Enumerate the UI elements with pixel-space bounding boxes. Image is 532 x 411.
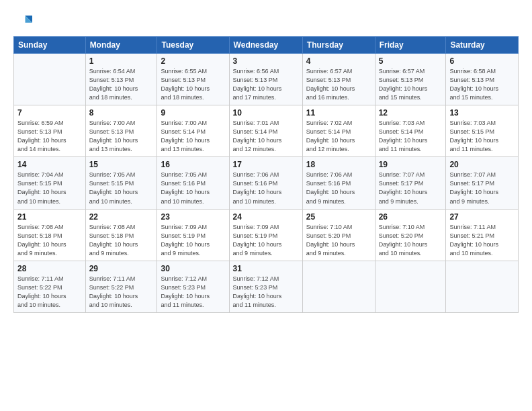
day-info: Sunrise: 6:55 AM Sunset: 5:13 PM Dayligh… (161, 67, 225, 102)
day-info: Sunrise: 7:06 AM Sunset: 5:16 PM Dayligh… (233, 171, 299, 205)
day-number: 13 (449, 108, 515, 118)
day-number: 22 (89, 212, 154, 222)
calendar-cell: 6Sunrise: 6:58 AM Sunset: 5:13 PM Daylig… (446, 54, 519, 105)
calendar-cell: 16Sunrise: 7:05 AM Sunset: 5:16 PM Dayli… (157, 157, 229, 209)
day-info: Sunrise: 7:01 AM Sunset: 5:14 PM Dayligh… (233, 119, 299, 154)
calendar-week-row: 28Sunrise: 7:11 AM Sunset: 5:22 PM Dayli… (14, 261, 519, 312)
calendar-week-row: 14Sunrise: 7:04 AM Sunset: 5:15 PM Dayli… (14, 157, 519, 209)
day-info: Sunrise: 7:05 AM Sunset: 5:15 PM Dayligh… (89, 171, 154, 205)
day-number: 27 (449, 212, 515, 222)
day-info: Sunrise: 7:08 AM Sunset: 5:18 PM Dayligh… (89, 223, 154, 258)
day-info: Sunrise: 7:00 AM Sunset: 5:14 PM Dayligh… (161, 119, 225, 154)
day-number: 21 (17, 212, 82, 222)
calendar-cell (14, 54, 86, 105)
day-number: 1 (89, 56, 154, 66)
calendar-week-row: 1Sunrise: 6:54 AM Sunset: 5:13 PM Daylig… (14, 54, 519, 105)
day-info: Sunrise: 7:11 AM Sunset: 5:21 PM Dayligh… (449, 223, 515, 258)
day-info: Sunrise: 7:06 AM Sunset: 5:16 PM Dayligh… (306, 171, 371, 205)
calendar-header-saturday: Saturday (446, 37, 519, 54)
day-info: Sunrise: 7:07 AM Sunset: 5:17 PM Dayligh… (449, 171, 515, 205)
day-number: 31 (233, 264, 299, 273)
calendar-header-friday: Friday (375, 37, 446, 54)
day-number: 6 (449, 56, 515, 66)
calendar-cell: 2Sunrise: 6:55 AM Sunset: 5:13 PM Daylig… (157, 54, 229, 105)
day-number: 23 (161, 212, 225, 222)
day-number: 16 (161, 160, 225, 169)
day-info: Sunrise: 7:03 AM Sunset: 5:14 PM Dayligh… (379, 119, 443, 154)
calendar-cell: 7Sunrise: 6:59 AM Sunset: 5:13 PM Daylig… (14, 105, 86, 157)
calendar-cell: 14Sunrise: 7:04 AM Sunset: 5:15 PM Dayli… (14, 157, 86, 209)
day-info: Sunrise: 6:54 AM Sunset: 5:13 PM Dayligh… (89, 67, 154, 102)
calendar-header-thursday: Thursday (302, 37, 375, 54)
day-number: 3 (233, 56, 299, 66)
day-info: Sunrise: 6:59 AM Sunset: 5:13 PM Dayligh… (17, 119, 82, 154)
day-number: 24 (233, 212, 299, 222)
day-number: 30 (161, 264, 225, 273)
calendar-cell: 29Sunrise: 7:11 AM Sunset: 5:22 PM Dayli… (85, 261, 157, 312)
day-info: Sunrise: 6:56 AM Sunset: 5:13 PM Dayligh… (233, 67, 299, 102)
calendar-cell: 8Sunrise: 7:00 AM Sunset: 5:13 PM Daylig… (85, 105, 157, 157)
calendar-cell: 13Sunrise: 7:03 AM Sunset: 5:15 PM Dayli… (446, 105, 519, 157)
calendar-header-wednesday: Wednesday (229, 37, 302, 54)
calendar-cell: 22Sunrise: 7:08 AM Sunset: 5:18 PM Dayli… (85, 209, 157, 261)
calendar-cell: 19Sunrise: 7:07 AM Sunset: 5:17 PM Dayli… (375, 157, 446, 209)
day-info: Sunrise: 7:09 AM Sunset: 5:19 PM Dayligh… (161, 223, 225, 258)
day-info: Sunrise: 7:12 AM Sunset: 5:23 PM Dayligh… (161, 275, 225, 310)
day-number: 26 (379, 212, 443, 222)
day-number: 29 (89, 264, 154, 273)
calendar-header-row: SundayMondayTuesdayWednesdayThursdayFrid… (14, 37, 519, 54)
day-number: 2 (161, 56, 225, 66)
calendar-cell: 21Sunrise: 7:08 AM Sunset: 5:18 PM Dayli… (14, 209, 86, 261)
day-info: Sunrise: 7:07 AM Sunset: 5:17 PM Dayligh… (379, 171, 443, 205)
day-number: 25 (306, 212, 371, 222)
calendar-cell: 23Sunrise: 7:09 AM Sunset: 5:19 PM Dayli… (157, 209, 229, 261)
calendar-cell (375, 261, 446, 312)
calendar-cell: 3Sunrise: 6:56 AM Sunset: 5:13 PM Daylig… (229, 54, 302, 105)
calendar-cell (302, 261, 375, 312)
day-info: Sunrise: 7:04 AM Sunset: 5:15 PM Dayligh… (17, 171, 82, 205)
day-info: Sunrise: 6:57 AM Sunset: 5:13 PM Dayligh… (379, 67, 443, 102)
day-info: Sunrise: 7:11 AM Sunset: 5:22 PM Dayligh… (17, 275, 82, 310)
day-number: 5 (379, 56, 443, 66)
day-info: Sunrise: 7:12 AM Sunset: 5:23 PM Dayligh… (233, 275, 299, 310)
calendar-cell: 27Sunrise: 7:11 AM Sunset: 5:21 PM Dayli… (446, 209, 519, 261)
calendar-header-monday: Monday (85, 37, 157, 54)
day-number: 28 (17, 264, 82, 273)
day-info: Sunrise: 7:11 AM Sunset: 5:22 PM Dayligh… (89, 275, 154, 310)
calendar-cell: 31Sunrise: 7:12 AM Sunset: 5:23 PM Dayli… (229, 261, 302, 312)
day-number: 12 (379, 108, 443, 118)
day-info: Sunrise: 7:00 AM Sunset: 5:13 PM Dayligh… (89, 119, 154, 154)
calendar-cell: 1Sunrise: 6:54 AM Sunset: 5:13 PM Daylig… (85, 54, 157, 105)
day-info: Sunrise: 7:02 AM Sunset: 5:14 PM Dayligh… (306, 119, 371, 154)
day-number: 14 (17, 160, 82, 169)
calendar-cell: 20Sunrise: 7:07 AM Sunset: 5:17 PM Dayli… (446, 157, 519, 209)
calendar-week-row: 21Sunrise: 7:08 AM Sunset: 5:18 PM Dayli… (14, 209, 519, 261)
day-info: Sunrise: 7:08 AM Sunset: 5:18 PM Dayligh… (17, 223, 82, 258)
day-number: 9 (161, 108, 225, 118)
day-number: 17 (233, 160, 299, 169)
day-info: Sunrise: 6:57 AM Sunset: 5:13 PM Dayligh… (306, 67, 371, 102)
day-info: Sunrise: 7:10 AM Sunset: 5:20 PM Dayligh… (306, 223, 371, 258)
calendar-cell: 24Sunrise: 7:09 AM Sunset: 5:19 PM Dayli… (229, 209, 302, 261)
calendar-table: SundayMondayTuesdayWednesdayThursdayFrid… (13, 36, 519, 313)
calendar-cell: 10Sunrise: 7:01 AM Sunset: 5:14 PM Dayli… (229, 105, 302, 157)
day-number: 11 (306, 108, 371, 118)
calendar-cell: 9Sunrise: 7:00 AM Sunset: 5:14 PM Daylig… (157, 105, 229, 157)
calendar-cell: 26Sunrise: 7:10 AM Sunset: 5:20 PM Dayli… (375, 209, 446, 261)
calendar-cell: 18Sunrise: 7:06 AM Sunset: 5:16 PM Dayli… (302, 157, 375, 209)
day-info: Sunrise: 7:05 AM Sunset: 5:16 PM Dayligh… (161, 171, 225, 205)
calendar-week-row: 7Sunrise: 6:59 AM Sunset: 5:13 PM Daylig… (14, 105, 519, 157)
calendar-cell: 17Sunrise: 7:06 AM Sunset: 5:16 PM Dayli… (229, 157, 302, 209)
day-number: 4 (306, 56, 371, 66)
calendar-header-tuesday: Tuesday (157, 37, 229, 54)
calendar-cell: 30Sunrise: 7:12 AM Sunset: 5:23 PM Dayli… (157, 261, 229, 312)
day-info: Sunrise: 7:09 AM Sunset: 5:19 PM Dayligh… (233, 223, 299, 258)
day-number: 18 (306, 160, 371, 169)
calendar-cell (446, 261, 519, 312)
day-info: Sunrise: 6:58 AM Sunset: 5:13 PM Dayligh… (449, 67, 515, 102)
calendar-cell: 25Sunrise: 7:10 AM Sunset: 5:20 PM Dayli… (302, 209, 375, 261)
calendar-cell: 4Sunrise: 6:57 AM Sunset: 5:13 PM Daylig… (302, 54, 375, 105)
calendar-cell: 28Sunrise: 7:11 AM Sunset: 5:22 PM Dayli… (14, 261, 86, 312)
day-number: 10 (233, 108, 299, 118)
calendar-cell: 12Sunrise: 7:03 AM Sunset: 5:14 PM Dayli… (375, 105, 446, 157)
